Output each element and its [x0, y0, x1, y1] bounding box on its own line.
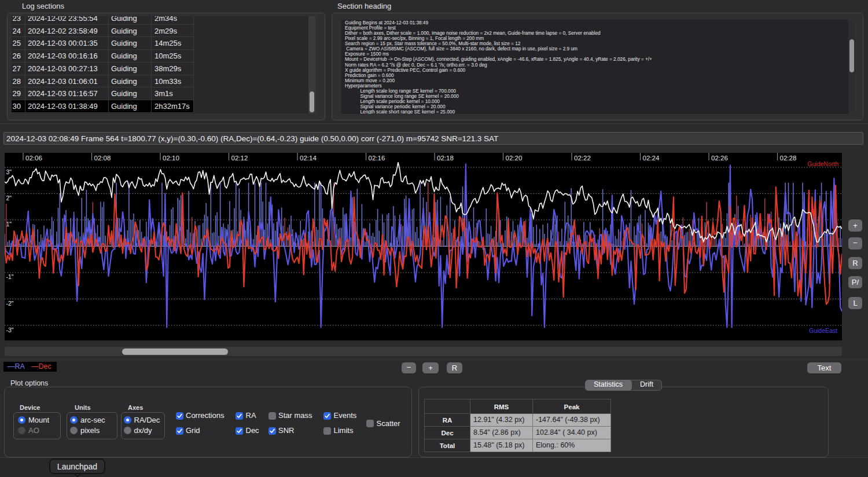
- svg-text:1": 1": [6, 221, 12, 228]
- svg-text:-3": -3": [6, 326, 14, 333]
- svg-text:-2": -2": [6, 300, 14, 307]
- svg-text:02:20: 02:20: [506, 155, 523, 162]
- svg-text:02:26: 02:26: [711, 155, 728, 162]
- svg-text:2": 2": [6, 195, 12, 201]
- svg-text:02:12: 02:12: [231, 155, 248, 162]
- svg-text:GuideEast: GuideEast: [809, 327, 837, 334]
- svg-text:-1": -1": [6, 273, 14, 280]
- svg-text:02:18: 02:18: [437, 155, 454, 162]
- svg-text:GuideNorth: GuideNorth: [807, 160, 838, 167]
- svg-text:02:22: 02:22: [574, 155, 591, 162]
- svg-text:02:10: 02:10: [163, 155, 179, 162]
- svg-text:02:28: 02:28: [780, 155, 797, 162]
- svg-text:02:16: 02:16: [369, 155, 385, 162]
- svg-text:02:06: 02:06: [25, 155, 42, 162]
- svg-text:3": 3": [6, 168, 12, 175]
- svg-text:02:08: 02:08: [94, 155, 111, 162]
- svg-text:02:14: 02:14: [300, 155, 317, 162]
- svg-text:02:24: 02:24: [643, 155, 660, 162]
